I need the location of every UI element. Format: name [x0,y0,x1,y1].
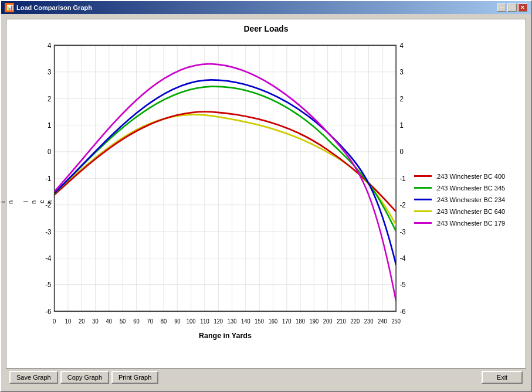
svg-text:0: 0 [399,148,404,156]
svg-text:-4: -4 [45,254,51,263]
svg-text:160: 160 [269,318,278,324]
legend-label-red: .243 Winchester BC 400 [435,173,505,180]
svg-text:-3: -3 [399,227,405,236]
svg-text:50: 50 [120,318,126,324]
graph-svg: 4 3 2 1 0 -1 -2 -3 -4 -5 -6 [30,39,408,345]
svg-text:-5: -5 [399,281,405,289]
svg-text:190: 190 [310,318,319,324]
svg-text:3: 3 [399,68,404,77]
legend-item-red: .243 Winchester BC 400 [414,173,523,180]
svg-text:80: 80 [161,318,167,324]
graph-inner: 4 3 2 1 0 -1 -2 -3 -4 -5 -6 [24,36,526,368]
copy-graph-button[interactable]: Copy Graph [60,371,109,384]
y-axis-label: D r o p i n I n c h e s [6,36,24,368]
legend-line-magenta [414,222,432,224]
svg-text:0: 0 [53,318,56,324]
save-graph-button[interactable]: Save Graph [9,371,58,384]
title-bar-left: 📊 Load Comparison Graph [5,3,92,12]
window-icon: 📊 [5,3,14,12]
svg-text:170: 170 [282,318,292,324]
svg-text:240: 240 [378,318,387,324]
svg-text:120: 120 [214,318,223,324]
svg-text:60: 60 [133,318,140,324]
svg-text:0: 0 [48,148,52,156]
legend-item-blue: .243 Winchester BC 234 [414,196,523,203]
title-buttons: — □ ✕ [497,4,527,12]
svg-text:40: 40 [106,318,113,324]
svg-text:-1: -1 [399,174,405,183]
close-button[interactable]: ✕ [518,4,527,12]
legend-line-yellow [414,210,432,212]
main-window: 📊 Load Comparison Graph — □ ✕ Deer Loads… [0,0,532,392]
legend-item-green: .243 Winchester BC 345 [414,185,523,192]
minimize-button[interactable]: — [497,4,506,12]
svg-text:4: 4 [399,41,404,50]
svg-text:200: 200 [323,318,333,324]
svg-text:3: 3 [48,68,52,77]
svg-text:-1: -1 [45,174,51,183]
graph-area: Deer Loads D r o p i n I n c h e s [6,19,526,369]
graph-title: Deer Loads [6,19,526,36]
svg-text:2: 2 [399,94,404,103]
svg-text:-6: -6 [399,307,405,316]
svg-text:10: 10 [65,318,72,324]
svg-text:220: 220 [350,318,360,324]
svg-text:150: 150 [255,318,264,324]
svg-text:-5: -5 [45,281,51,289]
svg-text:140: 140 [241,318,250,324]
svg-text:2: 2 [48,94,52,103]
svg-text:-3: -3 [45,227,51,236]
window-title: Load Comparison Graph [16,4,92,11]
legend-line-red [414,175,432,177]
exit-button[interactable]: Exit [482,371,523,384]
svg-text:Range in Yards: Range in Yards [199,330,252,340]
legend-item-yellow: .243 Winchester BC 640 [414,208,523,215]
svg-text:130: 130 [228,318,237,324]
svg-text:110: 110 [200,318,209,324]
svg-text:100: 100 [187,318,196,324]
legend-label-blue: .243 Winchester BC 234 [435,196,505,203]
svg-text:230: 230 [364,318,374,324]
svg-text:210: 210 [337,318,346,324]
window-content: Deer Loads D r o p i n I n c h e s [1,14,531,391]
svg-text:-2: -2 [399,201,405,210]
svg-text:1: 1 [48,121,52,130]
svg-text:-4: -4 [399,254,405,263]
svg-text:1: 1 [399,121,404,130]
svg-text:70: 70 [147,318,154,324]
svg-text:90: 90 [174,318,181,324]
bottom-left-buttons: Save Graph Copy Graph Print Graph [9,371,158,384]
svg-text:30: 30 [92,318,99,324]
svg-text:180: 180 [296,318,305,324]
bottom-bar: Save Graph Copy Graph Print Graph Exit [6,369,526,386]
legend-label-yellow: .243 Winchester BC 640 [435,208,505,215]
legend-line-green [414,187,432,189]
legend-label-green: .243 Winchester BC 345 [435,185,505,192]
maximize-button[interactable]: □ [507,4,517,12]
svg-text:-2: -2 [45,201,51,210]
legend-line-blue [414,199,432,200]
legend-label-magenta: .243 Winchester BC 179 [435,220,505,227]
title-bar: 📊 Load Comparison Graph — □ ✕ [1,1,531,14]
graph-legend: .243 Winchester BC 400 .243 Winchester B… [414,173,523,231]
legend-item-magenta: .243 Winchester BC 179 [414,220,523,227]
svg-text:250: 250 [391,318,401,324]
svg-text:20: 20 [79,318,85,324]
graph-container: D r o p i n I n c h e s [6,36,526,368]
svg-text:-6: -6 [45,307,51,316]
print-graph-button[interactable]: Print Graph [111,371,158,384]
svg-text:4: 4 [48,41,52,50]
